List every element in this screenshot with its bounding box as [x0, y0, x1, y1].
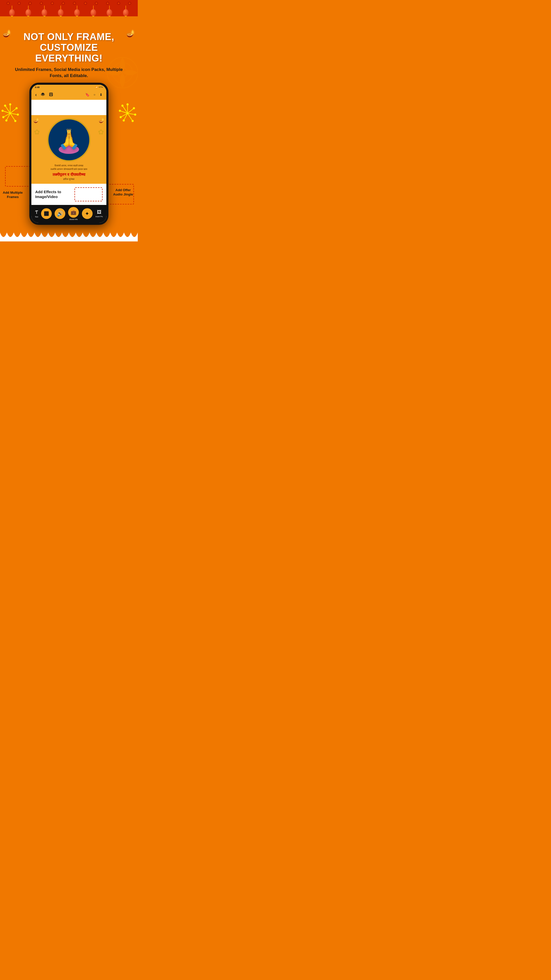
- save-button[interactable]: [49, 92, 53, 97]
- svg-rect-38: [50, 93, 52, 94]
- nav-item-text[interactable]: Ƭ Text: [35, 210, 38, 218]
- svg-point-15: [6, 120, 7, 121]
- brand-info-label: Brand Info: [69, 218, 78, 220]
- svg-point-32: [120, 116, 121, 118]
- diwali-card: 🪔 🪔 ✿ ✿ 🙏: [32, 115, 106, 184]
- svg-point-31: [123, 120, 124, 121]
- nav-item-brand-info[interactable]: 💼 Brand Info: [68, 207, 79, 220]
- hanging-lantern: [106, 6, 112, 16]
- settings-button[interactable]: ○: [94, 93, 95, 97]
- lantern-bump: [95, 2, 98, 5]
- hanging-lantern: [123, 6, 129, 16]
- svg-line-5: [10, 113, 18, 115]
- white-top-area: [32, 100, 106, 115]
- card-main-marathi: लक्ष्मीपूजन व दीपावलीच्या: [35, 172, 103, 177]
- svg-line-20: [127, 108, 134, 113]
- svg-point-13: [17, 114, 19, 115]
- lantern-bump: [73, 2, 76, 5]
- hanging-lantern: [41, 6, 47, 16]
- app-toolbar: ‹: [32, 90, 106, 100]
- lantern-bump: [62, 2, 65, 5]
- top-decoration: [0, 0, 138, 16]
- lantern-bump: [29, 2, 32, 5]
- sub-title: Unlimited Frames, Social Media icon Pack…: [10, 67, 127, 79]
- svg-marker-36: [41, 95, 44, 96]
- hanging-lantern: [9, 6, 15, 16]
- phone-mockup: 9:48 📶 47% ‹: [29, 83, 108, 225]
- svg-point-17: [2, 110, 3, 111]
- svg-point-28: [133, 107, 135, 109]
- svg-point-27: [127, 103, 128, 105]
- svg-line-4: [10, 108, 17, 113]
- hanging-lantern: [58, 6, 64, 16]
- svg-rect-39: [50, 94, 52, 96]
- card-diya-right: 🪔: [99, 118, 104, 123]
- bookmark-button[interactable]: 🔖: [85, 93, 89, 97]
- card-text-area: दिव्यांची आरास, मनाचा वाढवी उत्साह लक्ष्…: [35, 164, 103, 181]
- main-title: NOT ONLY FRAME, CUSTOMIZE EVERYTHING!: [10, 32, 127, 64]
- svg-point-16: [3, 116, 4, 118]
- nav-item-insert-pic[interactable]: 🖼 Insert Pic: [95, 210, 103, 218]
- lantern-bump: [117, 2, 120, 5]
- gold-decor-left: ✿: [34, 128, 40, 136]
- card-sub-marathi: हार्दिक शुभेच्छा: [35, 178, 103, 181]
- goddess-circle: 🙏 👑: [47, 118, 91, 162]
- svg-line-6: [10, 113, 15, 121]
- status-bar: 9:48 📶 47%: [32, 85, 106, 90]
- svg-point-14: [14, 120, 16, 122]
- svg-point-11: [10, 103, 11, 105]
- firework-right: [119, 103, 137, 124]
- label-audio-jingle: Add OfferAudio Jingle: [110, 188, 137, 197]
- download-button[interactable]: ⬇: [100, 93, 103, 97]
- lantern-bump: [106, 2, 109, 5]
- nav-item-audio[interactable]: 🔊: [55, 208, 65, 219]
- svg-point-34: [122, 105, 123, 107]
- effects-label: Add Effects to Image/Video: [35, 189, 72, 199]
- label-add-frames: Add MultipleFrames: [1, 191, 24, 199]
- time-display: 9:48: [35, 86, 40, 89]
- lantern-bump: [84, 2, 87, 5]
- status-icons: 📶 47%: [95, 86, 103, 88]
- card-diya-left: 🪔: [33, 118, 39, 123]
- back-button[interactable]: ‹: [35, 92, 37, 97]
- effects-selection-box: [75, 187, 103, 201]
- bottom-decoration: [0, 232, 138, 242]
- hanging-lantern: [25, 6, 31, 16]
- gold-decor-right: ✿: [98, 128, 104, 136]
- bottom-nav: Ƭ Text 🔊 💼: [32, 205, 106, 223]
- layers-button[interactable]: [41, 92, 45, 97]
- add-effects-section: Add Effects to Image/Video: [32, 184, 106, 205]
- svg-marker-35: [41, 93, 44, 95]
- hanging-lantern: [74, 6, 80, 16]
- hanging-lantern: [91, 6, 96, 16]
- card-line1: दिव्यांची आरास, मनाचा वाढवी उत्साह: [35, 164, 103, 168]
- nav-item-effects[interactable]: ✦: [82, 208, 93, 219]
- svg-point-29: [135, 114, 136, 115]
- svg-line-21: [127, 113, 135, 115]
- card-line2: लक्ष्मीचे आगमन सोनपावलांनी द्यावे एकदम ख…: [35, 168, 103, 171]
- lantern-bump: [51, 2, 54, 5]
- phone-screen: 9:48 📶 47% ‹: [32, 85, 106, 223]
- svg-point-33: [119, 110, 121, 111]
- lantern-bump: [128, 2, 131, 5]
- svg-point-18: [4, 105, 6, 107]
- lantern-bump: [6, 2, 10, 5]
- firework-left: [1, 103, 19, 124]
- header-section: NOT ONLY FRAME, CUSTOMIZE EVERYTHING! Un…: [0, 16, 138, 83]
- svg-point-12: [16, 107, 17, 109]
- nav-item-frame[interactable]: [41, 208, 52, 219]
- svg-point-30: [132, 120, 133, 122]
- insert-pic-label: Insert Pic: [95, 216, 103, 218]
- svg-line-22: [127, 113, 133, 121]
- lantern-bump: [40, 2, 43, 5]
- lantern-bump: [17, 2, 21, 5]
